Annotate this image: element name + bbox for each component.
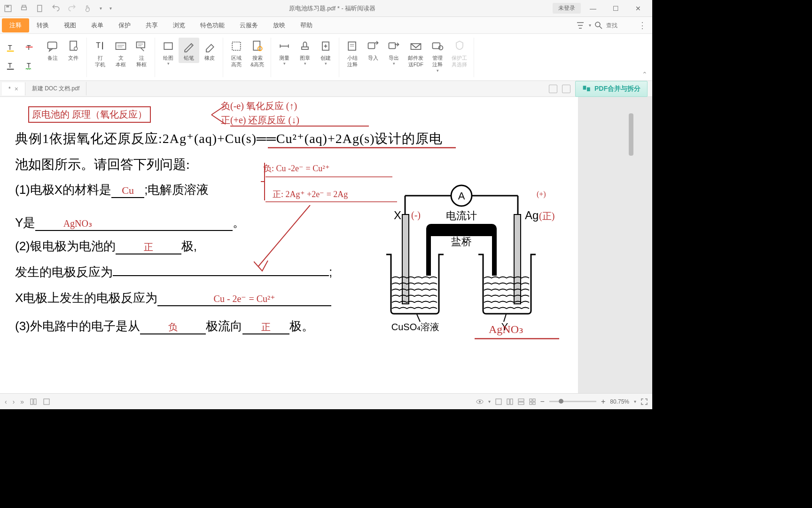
menu-browse[interactable]: 浏览 <box>165 18 193 32</box>
question-7: (3)外电路中的电子是从负极流向正极。 <box>15 318 314 334</box>
svg-rect-22 <box>137 42 145 48</box>
svg-rect-3 <box>22 5 26 7</box>
menu-features[interactable]: 特色功能 <box>193 18 232 32</box>
stamp-tool[interactable]: 图章▾ <box>295 38 315 68</box>
maximize-button[interactable]: ☐ <box>605 1 626 16</box>
print-icon[interactable] <box>20 4 28 13</box>
import-tool[interactable]: 导入 <box>363 38 383 63</box>
search-highlight-tool[interactable]: 搜索 &高亮 <box>247 38 268 70</box>
svg-text:A: A <box>458 190 465 202</box>
squiggly-icon[interactable]: T <box>23 57 38 72</box>
nav-fast-icon[interactable]: » <box>20 398 24 405</box>
zoom-out-button[interactable]: − <box>540 397 545 406</box>
undo-icon[interactable] <box>52 4 60 13</box>
svg-text:电流计: 电流计 <box>446 210 477 222</box>
fullscreen-icon[interactable] <box>641 398 648 405</box>
minimize-button[interactable]: — <box>583 1 603 16</box>
tab-doc1[interactable]: * × <box>2 82 25 95</box>
question-6: X电极上发生的电极反应为Cu - 2e⁻ = Cu²⁺ <box>15 290 331 306</box>
document-viewport[interactable]: 原电池的 原理（氧化反应） 负(-e) 氧化反应 (↑) 正(+e) 还原反应 … <box>0 97 652 393</box>
nav-prev-icon[interactable]: ‹ <box>5 398 7 405</box>
save-icon[interactable] <box>4 4 12 13</box>
layout-4-icon[interactable] <box>529 398 536 405</box>
svg-text:CuSO₄溶液: CuSO₄溶液 <box>391 322 439 332</box>
filter-icon[interactable] <box>576 21 585 30</box>
svg-text:T: T <box>8 62 12 69</box>
page-layout-icon-2[interactable] <box>43 398 50 405</box>
strikethrough-icon[interactable]: T <box>23 40 38 55</box>
grid-view-icon[interactable] <box>549 85 557 93</box>
nav-next-icon[interactable]: › <box>13 398 15 405</box>
layout-2-icon[interactable] <box>507 398 513 405</box>
pdf-page: 原电池的 原理（氧化反应） 负(-e) 氧化反应 (↑) 正(+e) 还原反应 … <box>0 97 578 393</box>
text-highlight-icon[interactable]: T <box>4 40 19 55</box>
window-title: 原电池练习题.pdf * - 福昕阅读器 <box>112 4 553 13</box>
measure-tool[interactable]: 测量▾ <box>274 38 295 68</box>
svg-rect-28 <box>232 42 241 50</box>
area-highlight-tool[interactable]: 区域 高亮 <box>226 38 247 70</box>
email-fdf-tool[interactable]: 邮件发 送FDF <box>404 38 427 70</box>
svg-rect-80 <box>518 402 524 405</box>
svg-text:X: X <box>394 209 401 222</box>
manage-annot-tool[interactable]: 管理 注释▾ <box>427 38 448 75</box>
callout-tool[interactable]: 注 释框 <box>131 38 152 70</box>
svg-point-75 <box>479 401 481 403</box>
file-attach-tool[interactable]: 文件 <box>63 38 84 63</box>
layout-3-icon[interactable] <box>518 398 524 405</box>
tab-doc2[interactable]: 新建 DOC 文档.pdf <box>25 82 86 95</box>
new-doc-icon[interactable] <box>36 4 44 13</box>
eye-icon[interactable] <box>476 398 484 405</box>
menu-form[interactable]: 表单 <box>84 18 111 32</box>
export-tool[interactable]: 导出▾ <box>383 38 404 68</box>
summary-tool[interactable]: 小结 注释 <box>342 38 363 70</box>
menu-present[interactable]: 放映 <box>265 18 293 32</box>
statusbar: ‹ › » ▾ − + 80.75% ▾ <box>0 393 652 409</box>
zoom-slider[interactable] <box>549 401 596 402</box>
zoom-in-button[interactable]: + <box>601 397 605 406</box>
pencil-tool[interactable]: 铅笔 <box>179 38 199 63</box>
svg-rect-29 <box>253 41 260 50</box>
textbox-tool[interactable]: 文 本框 <box>110 38 131 70</box>
svg-rect-77 <box>507 399 509 405</box>
typewriter-tool[interactable]: T打 字机 <box>90 38 110 70</box>
note-tool[interactable]: 备注 <box>42 38 63 63</box>
annotation-minus: (-) <box>411 210 421 221</box>
svg-text:T: T <box>8 44 12 51</box>
search-input[interactable] <box>606 22 634 29</box>
menu-annotate[interactable]: 注释 <box>2 18 29 32</box>
annotation-agno3-2: AgNO₃ <box>489 323 523 336</box>
more-icon[interactable]: ⋮ <box>638 20 647 31</box>
menu-cloud[interactable]: 云服务 <box>232 18 265 32</box>
close-button[interactable]: ✕ <box>628 1 648 16</box>
menu-share[interactable]: 共享 <box>138 18 165 32</box>
svg-rect-41 <box>368 43 375 48</box>
collapse-ribbon-icon[interactable]: ⌃ <box>642 71 648 78</box>
annotation-plus: (正) <box>539 210 554 222</box>
underline-icon[interactable]: T <box>4 57 19 72</box>
svg-rect-1 <box>6 5 9 8</box>
redo-icon[interactable] <box>68 4 76 13</box>
svg-text:T: T <box>27 62 31 69</box>
page-layout-icon-1[interactable] <box>30 398 37 405</box>
svg-rect-83 <box>530 402 532 405</box>
eraser-tool[interactable]: 橡皮 <box>199 38 220 63</box>
layout-1-icon[interactable] <box>495 398 502 405</box>
menu-view[interactable]: 视图 <box>56 18 84 32</box>
menu-convert[interactable]: 转换 <box>29 18 56 32</box>
draw-shape-tool[interactable]: 绘图▾ <box>158 38 179 68</box>
hand-icon[interactable] <box>84 4 92 13</box>
menu-protect[interactable]: 保护 <box>111 18 138 32</box>
pdf-merge-split-button[interactable]: PDF合并与拆分 <box>575 81 648 97</box>
close-tab-icon[interactable]: × <box>15 85 18 93</box>
list-view-icon[interactable] <box>562 85 570 93</box>
scrollbar-thumb[interactable] <box>629 113 633 156</box>
menu-help[interactable]: 帮助 <box>293 18 320 32</box>
quick-access-toolbar: ▾ ▾ <box>4 4 112 13</box>
create-tool[interactable]: 创建▾ <box>315 38 336 68</box>
svg-rect-8 <box>7 50 14 52</box>
search-icon[interactable] <box>595 22 602 29</box>
svg-rect-34 <box>302 47 308 49</box>
protect-tool[interactable]: 保护工 具选择 <box>448 38 471 70</box>
login-button[interactable]: 未登录 <box>553 3 581 14</box>
svg-rect-84 <box>533 402 535 405</box>
